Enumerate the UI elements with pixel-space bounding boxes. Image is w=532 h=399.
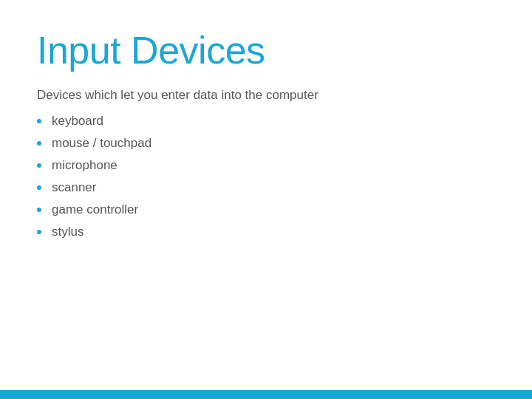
bottom-bar [0, 390, 532, 399]
list-item: keyboard [37, 110, 495, 132]
bullet-dot-icon [37, 185, 41, 190]
list-item: microphone [37, 154, 495, 177]
list-item-text: scanner [52, 180, 96, 195]
list-item: scanner [37, 177, 495, 199]
bullet-dot-icon [37, 208, 41, 212]
list-item-text: stylus [52, 225, 83, 239]
slide-subtitle: Devices which let you enter data into th… [37, 88, 495, 103]
list-item-text: microphone [52, 158, 117, 173]
bullet-dot-icon [37, 119, 41, 123]
list-item-text: mouse / touchpad [52, 136, 151, 151]
list-item-text: keyboard [52, 114, 103, 129]
bullet-dot-icon [37, 163, 41, 168]
list-item: game controller [37, 199, 495, 221]
list-item: stylus [37, 221, 495, 243]
bullet-dot-icon [37, 230, 41, 234]
list-item: mouse / touchpad [37, 132, 495, 154]
slide-container: Input Devices Devices which let you ente… [0, 0, 532, 399]
slide-title: Input Devices [37, 30, 495, 72]
list-item-text: game controller [52, 202, 138, 217]
bullet-list: keyboardmouse / touchpadmicrophonescanne… [37, 110, 495, 243]
bullet-dot-icon [37, 141, 41, 146]
